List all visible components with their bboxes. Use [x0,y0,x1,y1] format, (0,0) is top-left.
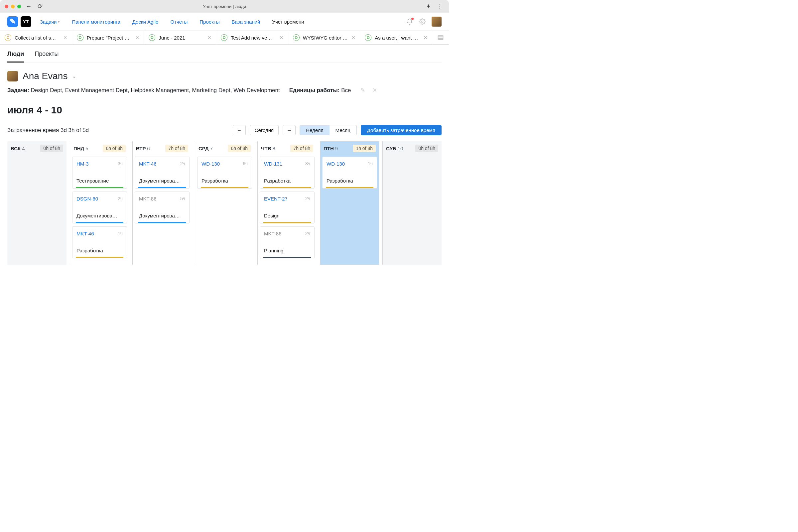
day-column: СУБ 10 0h of 8h [382,141,441,265]
nav-kb[interactable]: База знаний [231,19,260,25]
view-month[interactable]: Месяц [329,125,357,135]
issue-tab[interactable]: O As a user, I want … × [360,31,432,44]
card-status-bar [326,187,374,188]
browser-title: Учет времени | люди [203,4,246,9]
date-range: июля 4 - 10 [7,104,441,116]
subtab-people[interactable]: Люди [7,51,24,62]
card-issue-id[interactable]: MKT-46 [76,231,94,236]
close-window[interactable] [5,5,8,8]
day-header: СУБ 10 0h of 8h [383,141,441,157]
user-name: Ana Evans [23,71,68,81]
svg-point-0 [422,21,423,23]
card-issue-id[interactable]: MKT-46 [139,161,157,167]
maximize-window[interactable] [17,5,21,8]
day-column: ВСК 4 0h of 8h [7,141,66,265]
day-hours-badge: 0h of 8h [415,145,438,152]
time-card[interactable]: MKT-46 1ч Разработка [72,226,127,258]
close-tab-icon[interactable]: × [208,34,211,41]
feather-icon: ✎ [7,16,18,27]
card-activity: Design [264,213,310,218]
back-icon[interactable]: ← [24,3,33,10]
issue-badge: O [149,34,155,41]
avatar[interactable] [432,17,441,26]
svg-rect-3 [438,39,443,40]
svg-rect-1 [438,36,443,37]
edit-filter-icon[interactable]: ✎ [360,87,365,94]
settings-icon[interactable] [419,18,425,25]
tab-overflow-icon[interactable] [432,31,449,44]
card-activity: Документирова… [139,213,185,218]
issue-badge: O [293,34,300,41]
issue-tab[interactable]: C Collect a list of s… × [0,31,72,44]
nav-agile[interactable]: Доски Agile [132,19,158,25]
issue-tab[interactable]: O June - 2021 × [144,31,216,44]
view-segment: Неделя Месяц [300,125,357,135]
day-hours-badge: 7h of 8h [165,145,188,152]
day-header: ПНД 5 6h of 8h [70,141,129,157]
issue-tab-label: Test Add new ve… [231,35,276,41]
time-card[interactable]: MKT-86 5ч Документирова… [135,191,190,224]
day-hours-badge: 0h of 8h [40,145,63,152]
close-tab-icon[interactable]: × [280,34,283,41]
add-time-button[interactable]: Добавить затраченное время [361,125,441,135]
time-card[interactable]: HM-3 3ч Тестирование [72,157,127,189]
logo[interactable]: ✎ YT [7,16,31,27]
user-avatar [7,71,18,81]
nav-time[interactable]: Учет времени [272,19,304,25]
card-status-bar [263,257,311,258]
time-card[interactable]: WD-130 6ч Разработка [197,157,252,189]
card-issue-id[interactable]: MKT-86 [264,231,282,236]
next-week-button[interactable]: → [283,125,296,135]
card-issue-id[interactable]: WD-131 [264,161,282,167]
card-issue-id[interactable]: EVENT-27 [264,196,288,202]
spent-time: Затраченное время 3d 3h of 5d [7,127,89,134]
time-card[interactable]: MKT-46 2ч Документирова… [135,157,190,189]
close-tab-icon[interactable]: × [424,34,427,41]
issue-tab[interactable]: O Prepare "Project … × [72,31,144,44]
card-activity: Разработка [202,178,248,184]
card-issue-id[interactable]: WD-130 [326,161,345,167]
nav-reports[interactable]: Отчеты [170,19,188,25]
nav-projects[interactable]: Проекты [200,19,220,25]
issue-tab[interactable]: O Test Add new ve… × [216,31,288,44]
notifications-icon[interactable] [406,18,413,25]
card-issue-id[interactable]: MKT-86 [139,196,157,202]
day-header: ВТР 6 7h of 8h [133,141,191,157]
browser-menu-icon[interactable]: ⋮ [436,3,444,10]
card-status-bar [138,222,186,223]
time-card[interactable]: DSGN-60 2ч Документирова… [72,191,127,224]
time-card[interactable]: WD-130 1ч Разработка [322,157,377,189]
issue-badge: O [77,34,83,41]
nav-links: Задачи▾ Панели мониторинга Доски Agile О… [40,19,304,25]
close-tab-icon[interactable]: × [352,34,355,41]
card-status-bar [76,257,124,258]
issue-tab[interactable]: O WYSIWYG editor … × [288,31,360,44]
card-issue-id[interactable]: HM-3 [76,161,89,167]
card-activity: Документирова… [76,213,123,218]
extensions-icon[interactable]: ✦ [424,3,432,10]
nav-tasks[interactable]: Задачи▾ [40,19,60,25]
card-status-bar [201,187,248,188]
minimize-window[interactable] [11,5,15,8]
user-selector[interactable]: Ana Evans ⌄ [7,71,441,81]
day-number: 4 [22,146,25,151]
card-duration: 2ч [305,231,310,236]
issue-tabs: C Collect a list of s… ×O Prepare "Proje… [0,31,449,44]
nav-dashboards[interactable]: Панели мониторинга [72,19,120,25]
view-week[interactable]: Неделя [300,125,329,135]
time-card[interactable]: WD-131 3ч Разработка [260,157,315,189]
subtab-projects[interactable]: Проекты [35,51,58,62]
day-header: СРД 7 6h of 8h [195,141,254,157]
time-card[interactable]: EVENT-27 2ч Design [260,191,315,224]
time-card[interactable]: MKT-86 2ч Planning [260,226,315,258]
today-button[interactable]: Сегодня [250,125,279,135]
card-duration: 2ч [305,196,310,202]
reload-icon[interactable]: ⟳ [36,3,44,10]
clear-filter-icon[interactable]: ✕ [373,87,377,94]
prev-week-button[interactable]: ← [233,125,246,135]
day-abbr: ВСК [11,146,21,151]
card-issue-id[interactable]: DSGN-60 [76,196,98,202]
card-issue-id[interactable]: WD-130 [202,161,220,167]
close-tab-icon[interactable]: × [63,34,67,41]
close-tab-icon[interactable]: × [135,34,139,41]
